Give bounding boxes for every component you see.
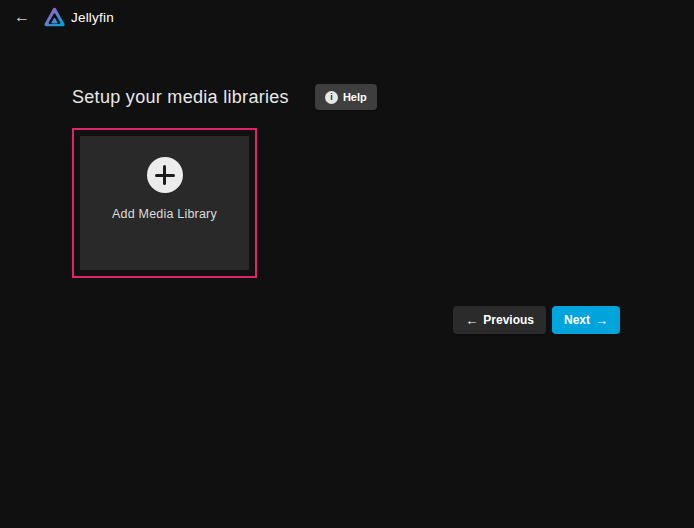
next-button-label: Next [564, 313, 590, 327]
help-button[interactable]: i Help [315, 84, 377, 110]
previous-button[interactable]: ← Previous [453, 306, 546, 334]
arrow-left-icon: ← [465, 314, 478, 327]
jellyfin-logo-icon [44, 7, 65, 28]
next-button[interactable]: Next → [552, 306, 620, 334]
previous-button-label: Previous [483, 313, 534, 327]
header-row: Setup your media libraries i Help [72, 84, 620, 110]
library-card-grid: Add Media Library [72, 128, 620, 278]
brand: Jellyfin [44, 7, 114, 28]
plus-circle-icon [147, 157, 183, 193]
wizard-footer: ← Previous Next → [72, 306, 620, 334]
topbar: ← Jellyfin [0, 0, 694, 34]
add-media-library-card-inner: Add Media Library [80, 136, 249, 270]
info-icon: i [325, 91, 338, 104]
add-media-library-card[interactable]: Add Media Library [72, 128, 257, 278]
back-arrow-icon: ← [14, 9, 30, 25]
back-button[interactable]: ← [8, 3, 36, 31]
app-name: Jellyfin [71, 10, 114, 25]
add-media-library-label: Add Media Library [112, 207, 217, 221]
wizard-content: Setup your media libraries i Help Add Me… [0, 84, 694, 334]
page-title: Setup your media libraries [72, 87, 289, 108]
help-button-label: Help [343, 91, 367, 103]
arrow-right-icon: → [595, 314, 608, 327]
